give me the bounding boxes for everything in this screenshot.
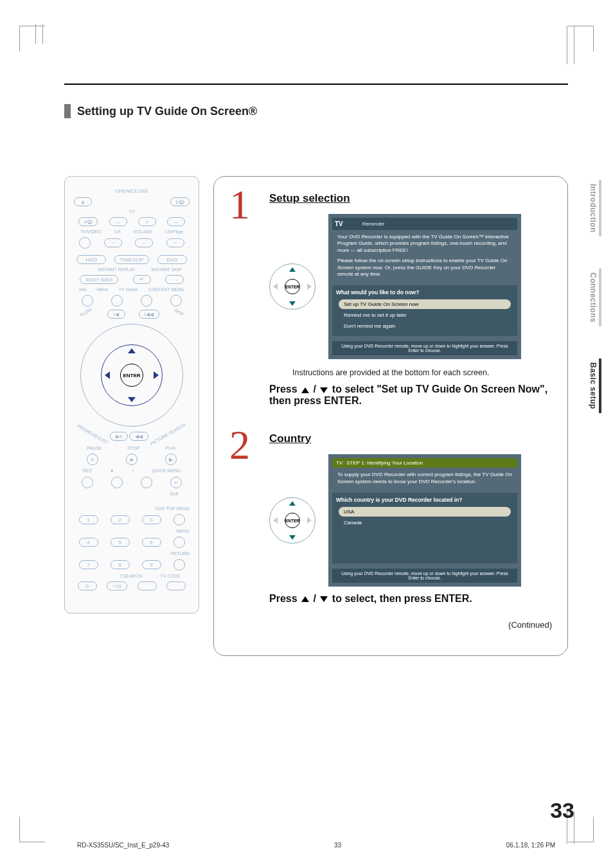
step-2-action: Press / to select, then press ENTER. xyxy=(269,593,552,605)
vol-up-button: ＋ xyxy=(138,217,156,226)
label-dvd-top-menu: DVD TOP MENU xyxy=(74,506,190,511)
ch-down-button: ﹀ xyxy=(104,238,122,247)
instant-skip-button: ·→ xyxy=(165,275,183,284)
enter-center-1: ENTER xyxy=(285,279,300,294)
country-step-bar: STEP 1: Identifying Your Location xyxy=(346,460,423,466)
page-up-button: ︿ xyxy=(167,217,185,226)
return-button xyxy=(173,559,185,571)
label-skip: SKIP xyxy=(171,308,184,321)
triangle-down-icon xyxy=(320,596,328,602)
rec-button xyxy=(82,477,93,488)
menu2-button xyxy=(173,536,185,548)
tv-power-button: I/⏻ xyxy=(78,217,98,226)
power-button: I/⏻ xyxy=(170,197,190,206)
label-tvcode: TV CODE xyxy=(161,574,181,578)
section-header: Setting up TV Guide On Screen® xyxy=(64,104,568,118)
star-button xyxy=(111,477,123,488)
steps-box: 1 Setup selection ENTER TVReminder Your … xyxy=(213,176,568,656)
country-para1: To supply your DVD Recorder with correct… xyxy=(337,472,512,485)
reminder-opt-dont-remind: Don't remind me again xyxy=(339,321,511,331)
enter-button: ENTER xyxy=(120,364,143,387)
triangle-down-icon xyxy=(320,387,328,393)
tvguide-button xyxy=(141,295,152,306)
label-tvguide: TV Guide xyxy=(119,287,138,292)
num-9: 9 xyxy=(142,560,161,569)
tvvideo-button xyxy=(79,237,91,249)
page-down-button: ﹀ xyxy=(166,238,184,247)
label-volume: VOLUME xyxy=(133,229,152,234)
quick-menu-button: ↵ xyxy=(170,477,182,488)
top-rule xyxy=(64,84,568,85)
label-open-close: OPEN/CLOSE xyxy=(74,188,190,194)
step-1-number: 1 xyxy=(229,188,259,422)
tv-logo-1: TV xyxy=(335,220,343,227)
num-4: 4 xyxy=(79,538,98,547)
tv-label: TV xyxy=(74,209,190,214)
dvd-button: DVD xyxy=(157,255,187,264)
country-footer: Using your DVD Recorder remote, move up … xyxy=(332,569,517,583)
num-0: 0 xyxy=(78,581,97,590)
label-quick-menu: QUICK MENU xyxy=(152,468,181,474)
tv-screen-reminder: TVReminder Your DVD Recorder is equipped… xyxy=(328,214,521,359)
eject-button: ▲ xyxy=(74,197,92,206)
pause-button: II xyxy=(87,454,98,465)
num-5: 5 xyxy=(111,538,130,547)
plus10-button: +10 xyxy=(107,581,127,590)
enter-dpad-graphic-1: ENTER xyxy=(269,263,315,310)
num-3: 3 xyxy=(142,515,161,524)
label-rec: REC xyxy=(83,468,93,474)
reminder-question: What would you like to do now? xyxy=(336,289,513,296)
triangle-up-icon xyxy=(301,596,309,602)
reminder-opt-setup-now: Set up TV Guide On Screen now xyxy=(339,299,511,309)
side-tab-basic-setup: Basic setup xyxy=(587,359,601,413)
label-tsearch: T.SEARCH xyxy=(120,574,142,578)
side-tab-connections: Connections xyxy=(587,269,601,326)
circle-button xyxy=(141,477,152,488)
num-1: 1 xyxy=(79,515,98,524)
step-1-action: Press / to select "Set up TV Guide On Sc… xyxy=(269,384,552,407)
tv-screen-country: TVSTEP 1: Identifying Your Location To s… xyxy=(328,454,521,587)
triangle-up-icon xyxy=(301,387,309,393)
num-2: 2 xyxy=(111,515,130,524)
menu-button xyxy=(111,295,123,306)
instant-replay-button: ↶ xyxy=(133,275,151,284)
label-chpage: CH/Page xyxy=(165,229,183,234)
num-7: 7 xyxy=(79,560,98,569)
stop-button: ■ xyxy=(126,454,138,465)
label-tvvideo: TV/VIDEO xyxy=(80,229,102,234)
label-frame-adjust: FRAME/ADJUST xyxy=(75,424,109,449)
side-tabs: Introduction Connections Basic setup xyxy=(587,180,601,413)
num-8: 8 xyxy=(111,560,130,569)
reminder-para2: Please follow the on-screen setup instru… xyxy=(337,258,512,278)
tv-logo-2: TV xyxy=(336,460,342,466)
timeslip-button: TIMESLIP xyxy=(114,255,149,264)
step-1-instruction: Instructions are provided at the bottom … xyxy=(292,368,552,377)
step-2-number: 2 xyxy=(229,429,259,630)
tsearch-button xyxy=(138,581,157,590)
label-instant-replay: INSTANT REPLAY xyxy=(98,267,135,272)
tvcode-button xyxy=(166,581,186,590)
reminder-para1: Your DVD Recorder is equipped with the T… xyxy=(337,234,512,254)
label-return: RETURN xyxy=(74,551,190,556)
label-menu2: MENU xyxy=(74,529,190,533)
step-1-title: Setup selection xyxy=(269,192,552,205)
info-button xyxy=(82,295,93,306)
country-opt-usa: USA xyxy=(339,507,511,517)
label-ch: CH xyxy=(114,229,120,234)
label-pause: PAUSE xyxy=(87,446,102,450)
section-title: Setting up TV Guide On Screen® xyxy=(77,105,257,118)
step-2-title: Country xyxy=(269,432,552,445)
play-button: ▶ xyxy=(165,454,177,465)
label-instant-skip: INSTANT SKIP xyxy=(151,267,181,272)
dpad: ENTER xyxy=(80,324,183,427)
country-opt-canada: Canada xyxy=(339,518,511,527)
continued-label: (Continued) xyxy=(269,620,552,630)
remote-control: OPEN/CLOSE ▲ I/⏻ TV I/⏻ ︿ ＋ ︿ TV/VIDEO C… xyxy=(64,176,199,614)
country-question: Which country is your DVD Recorder locat… xyxy=(336,497,513,503)
ch-up-button: ︿ xyxy=(109,217,127,226)
footer-meta: RD-XS35SU/SC_Inst_E_p29-43 33 06.1.18, 1… xyxy=(64,842,568,849)
label-stop: STOP xyxy=(127,446,139,450)
tv-tag-reminder: Reminder xyxy=(362,221,385,227)
dvd-top-menu-button xyxy=(173,514,185,526)
content-menu-button xyxy=(170,295,182,306)
